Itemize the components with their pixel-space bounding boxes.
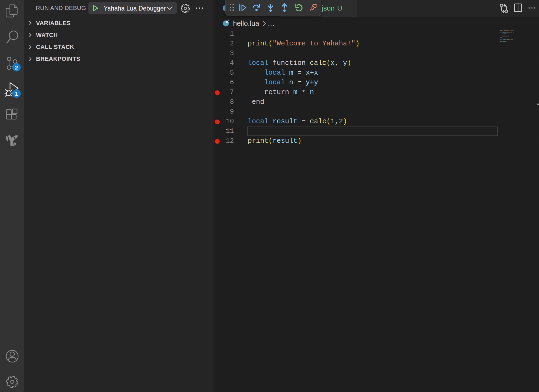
svg-text:1: 1 [15, 91, 18, 97]
svg-text:2: 2 [15, 64, 18, 71]
